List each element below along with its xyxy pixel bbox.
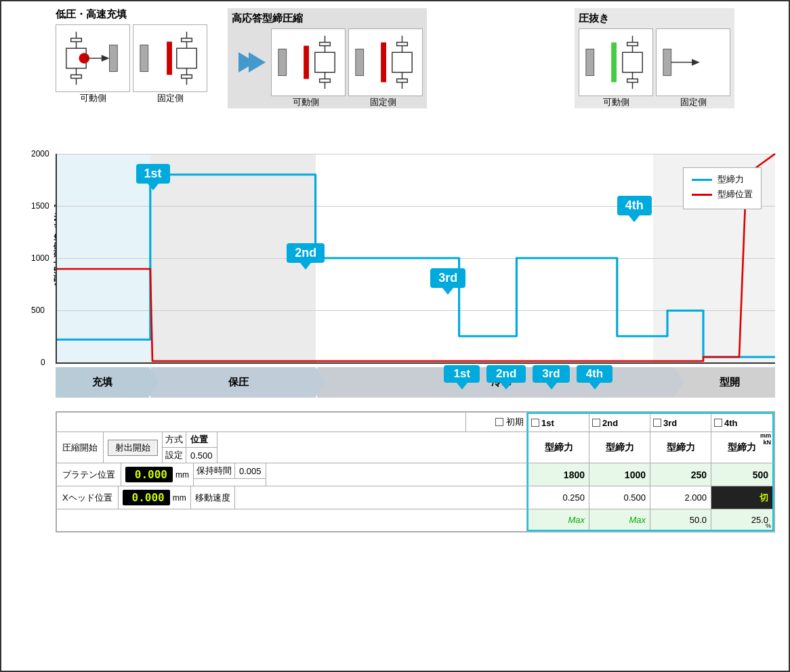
diagram-group-1: 低圧・高速充填 bbox=[56, 8, 207, 104]
spacer-row3 bbox=[235, 486, 527, 509]
hosiki-label-cell: 方式 bbox=[163, 432, 186, 447]
settei-value-cell: 0.500 bbox=[186, 448, 217, 463]
svg-marker-17 bbox=[249, 52, 266, 72]
bottom-header-row: 初期 1st 2nd 3rd bbox=[57, 413, 774, 432]
col3-checkbox[interactable] bbox=[653, 419, 661, 427]
group1-title: 低圧・高速充填 bbox=[56, 8, 127, 21]
col2-value3: Max bbox=[589, 509, 650, 530]
callout-4th: 4th bbox=[617, 196, 652, 215]
col4-checkbox[interactable] bbox=[714, 419, 722, 427]
shoki-label: 初期 bbox=[506, 416, 524, 428]
col1-value1: 1800 bbox=[528, 463, 589, 486]
col3-type-label: 型締力 bbox=[650, 432, 711, 463]
legend-line-1 bbox=[692, 179, 712, 181]
svg-rect-8 bbox=[110, 45, 118, 71]
y-tick-1000: 1000 bbox=[31, 253, 49, 263]
puraten-display-cell: 0.000 mm bbox=[121, 463, 194, 486]
idosokudo-label: 移動速度 bbox=[191, 486, 235, 509]
legend-item-2: 型締位置 bbox=[692, 188, 753, 201]
chart-wrapper: ［型締力測定値（kN）] 2000 1500 1000 500 0 bbox=[56, 154, 775, 398]
svg-rect-9 bbox=[140, 45, 148, 71]
col2-header-label: 2nd bbox=[602, 418, 618, 428]
group1-left-sub: 可動側 bbox=[56, 92, 130, 104]
col1-checkbox[interactable] bbox=[531, 419, 539, 427]
svg-rect-33 bbox=[611, 43, 617, 83]
group2-left-sub: 可動側 bbox=[268, 96, 343, 108]
y-tick-2000: 2000 bbox=[31, 149, 49, 159]
data-cols-row3: 0.250 0.500 2.000 切 bbox=[527, 486, 774, 509]
arrow-icon bbox=[232, 28, 266, 96]
data-cols-row1: 型締力 型締力 型締力 型締力 mm kN bbox=[527, 432, 774, 463]
data-cols-row4: Max Max 50.0 25.0 % bbox=[527, 509, 774, 531]
xhead-label: Xヘッド位置 bbox=[57, 486, 119, 509]
unit-kn: kN bbox=[760, 440, 771, 446]
bottom-section-wrapper: 1st 2nd 3rd 4th 初期 1st bbox=[56, 411, 775, 532]
svg-rect-22 bbox=[315, 52, 335, 72]
hoji-row: 保持時間 0.005 bbox=[194, 463, 266, 479]
y-tick-1500: 1500 bbox=[31, 201, 49, 211]
bottom-callout-2nd: 2nd bbox=[486, 365, 526, 383]
hoji-cell: 保持時間 0.005 bbox=[194, 463, 266, 486]
puraten-label: プラテン位置 bbox=[57, 463, 121, 486]
col2-value1: 1000 bbox=[589, 463, 650, 486]
svg-rect-25 bbox=[356, 49, 364, 75]
bottom-row1: 圧縮開始 射出開始 方式 位置 設定 0.500 bbox=[57, 432, 774, 463]
col1-value2: 0.250 bbox=[528, 486, 589, 509]
svg-rect-29 bbox=[392, 52, 412, 72]
col3-value1: 250 bbox=[650, 463, 711, 486]
col-header-3rd: 3rd bbox=[650, 414, 711, 432]
xhead-display: 0.000 bbox=[123, 490, 170, 505]
group1-right-sub: 固定側 bbox=[133, 92, 207, 104]
col2-checkbox[interactable] bbox=[592, 419, 600, 427]
hoji-value: 0.005 bbox=[235, 465, 266, 478]
svg-marker-5 bbox=[102, 55, 110, 62]
diagram-box-2b bbox=[348, 28, 423, 96]
svg-rect-39 bbox=[663, 49, 671, 75]
process-labels: 充填 保圧 冷却 型開 bbox=[56, 367, 775, 398]
shashutsukaisho-cell: 射出開始 bbox=[104, 432, 163, 463]
bottom-callout-3rd: 3rd bbox=[533, 365, 569, 383]
diagram-svg-2b bbox=[349, 29, 422, 96]
unit-labels: mm kN bbox=[760, 433, 771, 446]
puraten-display: 0.000 bbox=[125, 467, 173, 482]
col1-header-label: 1st bbox=[541, 418, 554, 428]
group2-title: 高応答型締圧縮 bbox=[232, 12, 303, 25]
top-diagrams: 低圧・高速充填 bbox=[1, 1, 789, 150]
svg-marker-41 bbox=[692, 59, 700, 66]
svg-rect-26 bbox=[381, 43, 386, 83]
shashutsukaisho-button[interactable]: 射出開始 bbox=[108, 440, 158, 456]
process-katahiraki-label: 型開 bbox=[720, 376, 740, 389]
callout-3rd: 3rd bbox=[430, 268, 465, 288]
callout-1st: 1st bbox=[136, 164, 170, 184]
legend-label-1: 型締力 bbox=[718, 173, 744, 186]
bottom-row3: Xヘッド位置 0.000 mm 移動速度 0.250 0.500 2.000 切 bbox=[57, 486, 774, 509]
process-hoatsu: 保圧 bbox=[150, 367, 316, 398]
col2-value2: 0.500 bbox=[589, 486, 650, 509]
settei-label-cell: 設定 bbox=[163, 448, 186, 463]
hoji-spacer bbox=[194, 479, 266, 486]
hosiki-row: 方式 位置 bbox=[163, 432, 217, 448]
diagram-box-1a bbox=[56, 24, 130, 92]
svg-rect-13 bbox=[177, 48, 196, 68]
bottom-header-left bbox=[57, 413, 466, 432]
shoki-checkbox[interactable] bbox=[495, 418, 503, 426]
shoki-header: 初期 bbox=[466, 413, 527, 432]
settei-row: 設定 0.500 bbox=[163, 448, 217, 463]
group2-right-sub: 固定側 bbox=[346, 96, 420, 108]
col-header-1st: 1st bbox=[528, 414, 589, 432]
svg-rect-32 bbox=[586, 49, 594, 75]
diagram-svg-1b bbox=[133, 25, 207, 91]
hosiki-cell: 方式 位置 設定 0.500 bbox=[163, 432, 217, 463]
legend: 型締力 型締位置 bbox=[683, 167, 762, 209]
callout-2nd: 2nd bbox=[287, 243, 325, 263]
col-header-4th: 4th bbox=[711, 414, 772, 432]
bottom-callout-4th: 4th bbox=[577, 365, 613, 383]
percent-unit: % bbox=[766, 522, 771, 529]
hosiki-value-cell: 位置 bbox=[186, 432, 212, 447]
hoji-label: 保持時間 bbox=[194, 463, 235, 478]
col3-header-label: 3rd bbox=[663, 418, 677, 428]
chart-svg bbox=[57, 154, 775, 362]
bottom-data-panel: 初期 1st 2nd 3rd bbox=[56, 411, 775, 532]
col-header-2nd: 2nd bbox=[589, 414, 650, 432]
diagram-svg-3a bbox=[579, 29, 652, 96]
